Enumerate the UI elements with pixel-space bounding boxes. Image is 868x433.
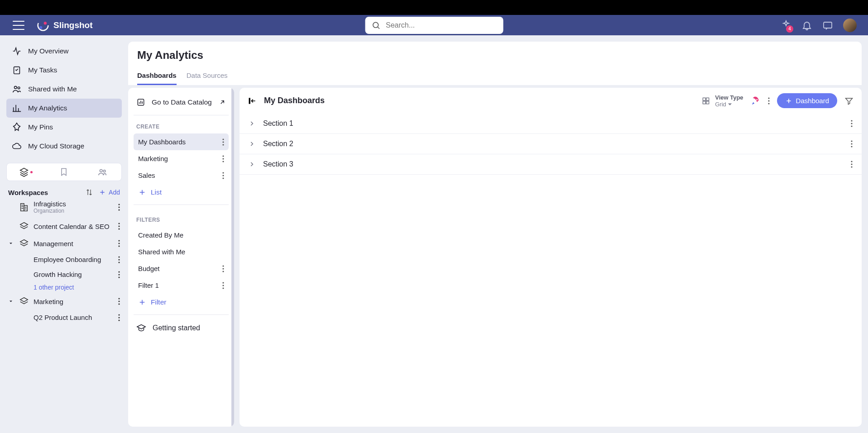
search-bar[interactable]: [365, 17, 503, 34]
section-1[interactable]: Section 1: [240, 114, 862, 134]
getting-started-link[interactable]: Getting started: [134, 319, 229, 338]
section-3[interactable]: Section 3: [240, 154, 862, 175]
workspace-content-calendar[interactable]: Content Calendar & SEO: [6, 218, 122, 235]
tab-dashboards[interactable]: Dashboards: [137, 71, 177, 85]
svg-point-25: [118, 271, 120, 272]
panel-scrollbar[interactable]: [231, 88, 234, 427]
sidebar-item-shared[interactable]: Shared with Me: [6, 80, 122, 99]
more-icon[interactable]: [851, 161, 853, 168]
people-tab[interactable]: [83, 163, 121, 181]
workspace-label: Management: [34, 240, 114, 247]
sidebar-item-analytics[interactable]: My Analytics: [6, 99, 122, 118]
svg-point-58: [768, 103, 769, 104]
add-workspace-button[interactable]: Add: [99, 189, 120, 196]
brand-logo[interactable]: Slingshot: [37, 19, 93, 31]
workspace-child-onboarding[interactable]: Employee Onboarding: [6, 252, 122, 267]
create-heading: CREATE: [136, 124, 226, 130]
svg-point-48: [222, 285, 224, 286]
sidebar-item-overview[interactable]: My Overview: [6, 42, 122, 61]
notification-badge: 4: [786, 25, 793, 33]
filter-shared-with-me[interactable]: Shared with Me: [134, 243, 229, 260]
section-2[interactable]: Section 2: [240, 134, 862, 154]
view-type-selector[interactable]: View Type Grid: [701, 94, 743, 108]
view-type-value: Grid: [715, 101, 726, 108]
svg-point-32: [118, 317, 120, 318]
window-chrome-bar: [0, 0, 868, 15]
svg-point-36: [222, 141, 224, 143]
more-icon[interactable]: [118, 314, 120, 321]
more-icon[interactable]: [222, 172, 224, 179]
page-header: My Analytics Dashboards Data Sources: [128, 42, 862, 85]
more-icon[interactable]: [118, 204, 120, 211]
more-icon[interactable]: [118, 256, 120, 263]
workspace-management[interactable]: Management: [6, 235, 122, 252]
svg-point-56: [768, 97, 769, 99]
filter-label: Filter 1: [138, 281, 222, 289]
magic-notification-icon[interactable]: 4: [781, 20, 791, 31]
rocket-icon[interactable]: [751, 96, 761, 106]
layers-icon: [19, 221, 29, 231]
list-my-dashboards[interactable]: My Dashboards: [134, 133, 229, 150]
bell-icon[interactable]: [801, 20, 812, 31]
sort-icon[interactable]: [85, 188, 93, 196]
svg-point-35: [222, 138, 224, 140]
sidebar-item-pins[interactable]: My Pins: [6, 118, 122, 137]
svg-rect-11: [21, 203, 24, 211]
data-catalog-link[interactable]: Go to Data Catalog: [134, 94, 229, 115]
workspace-child-growth[interactable]: Growth Hacking: [6, 267, 122, 282]
more-icon[interactable]: [118, 271, 120, 278]
caret-down-icon[interactable]: [8, 241, 14, 246]
sidebar-item-label: My Analytics: [28, 104, 67, 112]
chevron-right-icon[interactable]: [249, 161, 255, 167]
more-icon[interactable]: [222, 138, 224, 146]
more-icon[interactable]: [768, 97, 770, 105]
plus-icon: [785, 97, 792, 105]
more-icon[interactable]: [222, 155, 224, 162]
chart-icon: [12, 103, 22, 113]
more-icon[interactable]: [222, 265, 224, 272]
collapse-panel-icon[interactable]: [248, 96, 257, 105]
more-icon[interactable]: [118, 240, 120, 247]
new-dashboard-button[interactable]: Dashboard: [777, 93, 837, 108]
workspace-infragistics[interactable]: Infragistics Organization: [6, 196, 122, 218]
other-projects-link[interactable]: 1 other project: [6, 284, 122, 291]
workspace-child-q2[interactable]: Q2 Product Launch: [6, 310, 122, 325]
svg-point-28: [118, 298, 120, 299]
list-label: Sales: [138, 171, 222, 179]
bookmarks-tab[interactable]: [45, 163, 83, 181]
add-filter-button[interactable]: Filter: [134, 294, 229, 311]
sidebar-item-cloud[interactable]: My Cloud Storage: [6, 137, 122, 156]
workspace-child-label: Employee Onboarding: [34, 256, 114, 263]
view-type-label: View Type: [715, 94, 743, 101]
chevron-right-icon[interactable]: [249, 141, 255, 147]
caret-down-icon[interactable]: [8, 299, 14, 304]
filter-budget[interactable]: Budget: [134, 260, 229, 277]
workspace-marketing[interactable]: Marketing: [6, 293, 122, 310]
chevron-right-icon[interactable]: [249, 120, 255, 127]
filter-icon[interactable]: [844, 96, 854, 105]
workspaces-tab[interactable]: [7, 163, 45, 181]
user-avatar[interactable]: [843, 19, 857, 32]
tab-data-sources[interactable]: Data Sources: [187, 71, 228, 85]
svg-point-15: [118, 209, 120, 210]
people-icon: [12, 84, 22, 94]
svg-point-27: [118, 276, 120, 278]
more-icon[interactable]: [851, 120, 853, 127]
more-icon[interactable]: [118, 298, 120, 305]
filter-created-by-me[interactable]: Created By Me: [134, 227, 229, 243]
chat-icon[interactable]: [822, 20, 833, 31]
sidebar-item-tasks[interactable]: My Tasks: [6, 61, 122, 80]
more-icon[interactable]: [851, 140, 853, 148]
more-icon[interactable]: [222, 282, 224, 289]
list-label: Marketing: [138, 155, 222, 162]
list-marketing[interactable]: Marketing: [134, 150, 229, 167]
filter-filter1[interactable]: Filter 1: [134, 277, 229, 294]
more-icon[interactable]: [118, 223, 120, 230]
slingshot-logo-icon: [37, 19, 49, 31]
add-list-button[interactable]: List: [134, 184, 229, 201]
hamburger-menu-icon[interactable]: [13, 21, 24, 30]
workspace-label: Marketing: [34, 298, 114, 305]
list-sales[interactable]: Sales: [134, 167, 229, 184]
search-input[interactable]: [386, 21, 497, 29]
layers-icon: [19, 296, 29, 306]
